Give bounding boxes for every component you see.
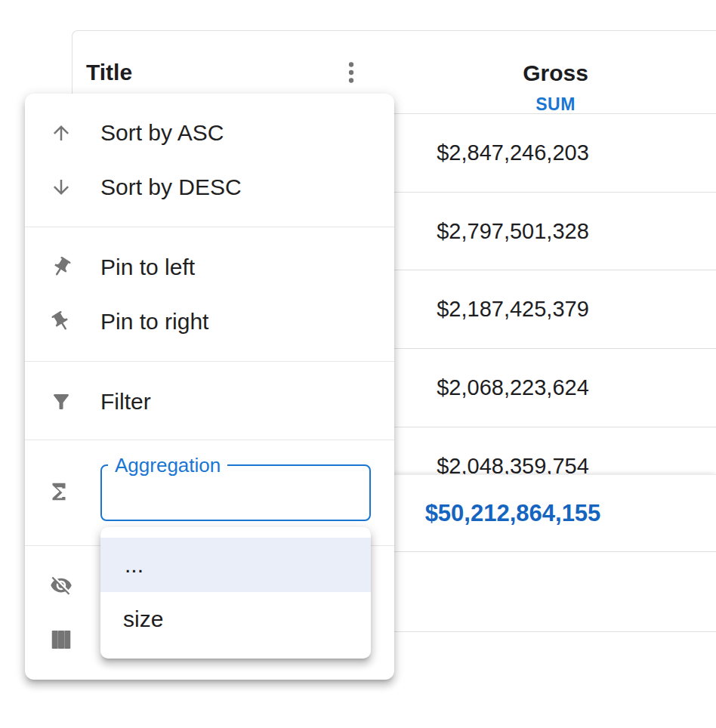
aggregation-dropdown: ... size: [100, 527, 371, 659]
menu-item-label: Pin to left: [100, 254, 195, 280]
menu-divider: [25, 440, 394, 440]
more-vert-icon: [338, 59, 365, 86]
aggregation-option-size[interactable]: size: [100, 592, 371, 646]
menu-item-pin-left[interactable]: Pin to left: [25, 240, 394, 295]
page: Title Gross SUM $2,847,246,203 $2,797,50…: [0, 0, 716, 728]
column-header-gross-label: Gross: [395, 61, 716, 85]
gross-cell[interactable]: $2,187,425,379: [395, 270, 631, 348]
aggregation-badge-sum: SUM: [395, 94, 716, 114]
title-column-menu-button[interactable]: [338, 59, 365, 86]
column-header-title-label: Title: [86, 60, 132, 85]
pin-right-icon: [45, 306, 76, 337]
menu-divider: [25, 361, 394, 362]
menu-item-label: Sort by DESC: [100, 174, 242, 200]
menu-item-label: Sort by ASC: [100, 120, 224, 146]
arrow-upward-icon: [50, 122, 73, 144]
menu-item-label: Pin to right: [100, 309, 208, 335]
columns-icon: [50, 628, 73, 651]
visibility-off-icon: [50, 574, 73, 597]
gross-cell[interactable]: $2,797,501,328: [395, 193, 631, 270]
gross-cell[interactable]: $2,068,223,624: [395, 349, 631, 427]
menu-item-label: Filter: [100, 389, 151, 415]
menu-item-sort-asc[interactable]: Sort by ASC: [25, 106, 394, 160]
sigma-aggregation-icon: [46, 479, 72, 504]
aggregation-option-none[interactable]: ...: [100, 538, 371, 592]
menu-divider: [25, 227, 394, 227]
filter-icon: [50, 390, 73, 413]
menu-item-pin-right[interactable]: Pin to right: [25, 295, 394, 349]
gross-cell[interactable]: $2,847,246,203: [395, 114, 631, 192]
column-header-gross[interactable]: Gross SUM: [395, 31, 716, 114]
menu-item-sort-desc[interactable]: Sort by DESC: [25, 160, 394, 214]
menu-item-filter[interactable]: Filter: [25, 375, 394, 429]
gross-sum-value: $50,212,864,155: [395, 475, 631, 551]
arrow-downward-icon: [50, 176, 73, 199]
aggregation-select-label: Aggregation: [108, 455, 227, 476]
pin-left-icon: [45, 251, 76, 282]
